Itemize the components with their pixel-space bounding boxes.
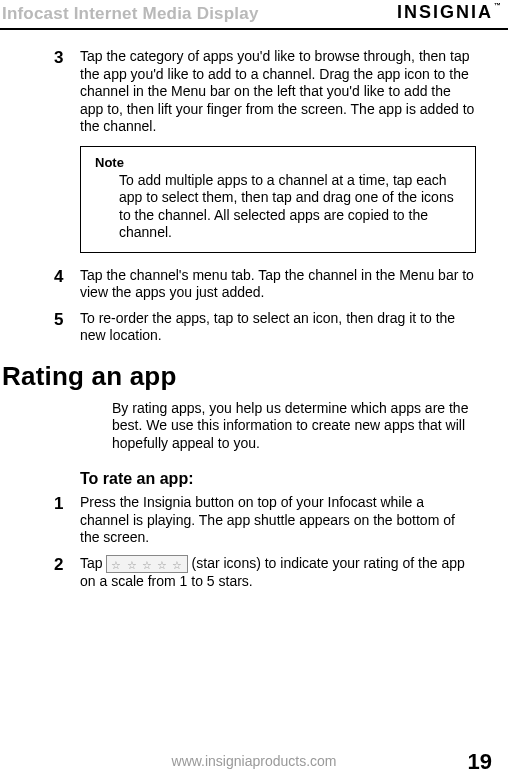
step-text: To re-order the apps, tap to select an i… [80,310,476,345]
step-row: 5 To re-order the apps, tap to select an… [32,310,476,345]
brand-trademark: ™ [494,2,503,9]
step-number: 5 [32,310,80,330]
page-header: Infocast Internet Media Display INSIGNIA… [0,0,508,30]
step-row: 3 Tap the category of apps you'd like to… [32,48,476,136]
step-text: Tap ☆ ☆ ☆ ☆ ☆ (star icons) to indicate y… [80,555,476,591]
step-row: 2 Tap ☆ ☆ ☆ ☆ ☆ (star icons) to indicate… [32,555,476,591]
step-text: Tap the category of apps you'd like to b… [80,48,476,136]
subsection-heading: To rate an app: [80,470,476,488]
step-number-col: 1 [32,494,80,547]
step-text-pre: Tap [80,555,106,571]
step-number: 3 [32,48,80,68]
step-row: 4 Tap the channel's menu tab. Tap the ch… [32,267,476,302]
step-number: 4 [32,267,80,287]
step-number-col: 4 [32,267,80,302]
step-text: Press the Insignia button on top of your… [80,494,476,547]
step-number-col: 2 [32,555,80,591]
step-number-col: 5 [32,310,80,345]
page-content: 3 Tap the category of apps you'd like to… [0,30,508,590]
step-text: Tap the channel's menu tab. Tap the chan… [80,267,476,302]
step-number: 1 [32,494,80,514]
star-rating-icon: ☆ ☆ ☆ ☆ ☆ [106,555,187,573]
header-title: Infocast Internet Media Display [2,4,259,24]
brand-text: INSIGNIA [397,2,493,22]
section-heading: Rating an app [2,361,476,392]
note-body: To add multiple apps to a channel at a t… [95,172,461,242]
page-number: 19 [468,749,492,775]
section-intro: By rating apps, you help us determine wh… [112,400,476,453]
note-box: Note To add multiple apps to a channel a… [80,146,476,253]
step-number-col: 3 [32,48,80,136]
note-label: Note [95,155,461,170]
footer-url: www.insigniaproducts.com [0,753,508,769]
stars-icon: ☆ ☆ ☆ ☆ ☆ [111,559,182,571]
step-number: 2 [32,555,80,575]
brand-logo: INSIGNIA™ [397,2,502,23]
step-row: 1 Press the Insignia button on top of yo… [32,494,476,547]
